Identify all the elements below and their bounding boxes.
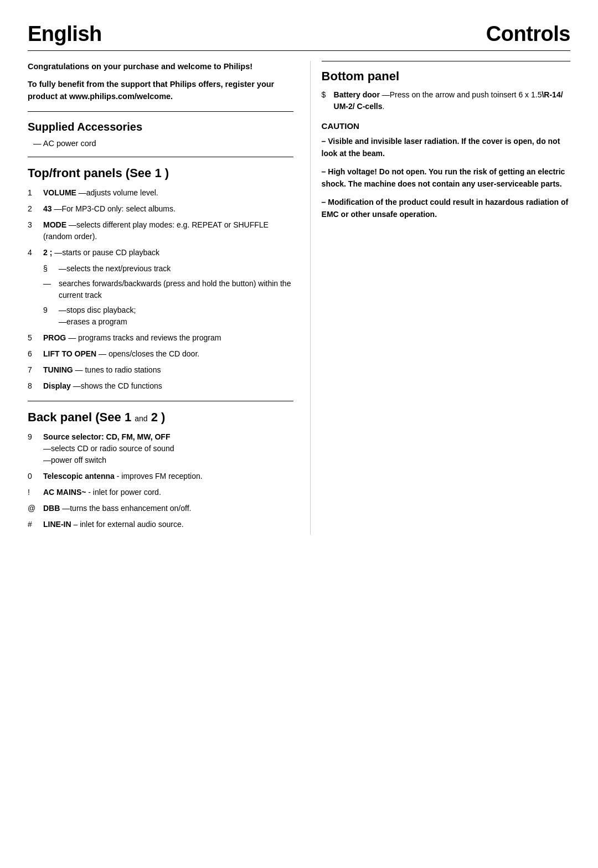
header-title-right: Controls [486, 22, 570, 46]
caution-heading: CAUTION [322, 121, 570, 131]
item-desc: —selects different play modes: e.g. REPE… [43, 220, 269, 241]
list-item: @ DBB —turns the bass enhancement on/off… [28, 503, 293, 514]
item-num: 6 [28, 348, 43, 360]
item-num: 9 [28, 431, 43, 443]
item-num: 3 [28, 219, 43, 231]
item-desc: —For MP3-CD only: select albums. [54, 204, 175, 213]
item-desc: —adjusts volume level. [79, 188, 158, 197]
bottom-panel-divider [322, 61, 570, 61]
sub-content: searches forwards/backwards (press and h… [59, 278, 293, 301]
item-content: 2 ; —starts or pause CD playback [43, 247, 293, 259]
sub-item: 9 —stops disc playback;—erases a program [43, 304, 293, 328]
back-panel-divider [28, 401, 293, 401]
back-panel-list: 9 Source selector: CD, FM, MW, OFF —sele… [28, 431, 293, 530]
sub-sym: § [43, 263, 59, 275]
list-item: 7 TUNING — tunes to radio stations [28, 364, 293, 376]
list-item: 2 43 —For MP3-CD only: select albums. [28, 203, 293, 215]
list-item: 6 LIFT TO OPEN — opens/closes the CD doo… [28, 348, 293, 360]
item-content: TUNING — tunes to radio stations [43, 364, 293, 376]
right-column: Bottom panel $ Battery door —Press on th… [310, 61, 570, 535]
item-content: DBB —turns the bass enhancement on/off. [43, 503, 293, 514]
item-label: 43 [43, 204, 52, 213]
back-panel-see2: 2 ) [151, 410, 166, 424]
item-desc: — tunes to radio stations [75, 365, 161, 374]
battery-sym: $ [322, 89, 334, 101]
item-label: Source selector: CD, FM, MW, OFF [43, 432, 170, 441]
top-panels-heading: Top/front panels (See 1 ) [28, 166, 293, 180]
two-column-layout: Congratulations on your purchase and wel… [28, 61, 570, 535]
item-desc: - improves FM reception. [117, 472, 203, 480]
item-content: AC MAINS~ - inlet for power cord. [43, 487, 293, 498]
item-content: Display —shows the CD functions [43, 380, 293, 392]
bottom-panel-section: Bottom panel $ Battery door —Press on th… [322, 61, 570, 112]
item-label: PROG [43, 333, 66, 342]
list-item: 0 Telescopic antenna - improves FM recep… [28, 471, 293, 482]
supplied-accessories-section: Supplied Accessories AC power cord [28, 121, 293, 148]
intro-para2: To fully benefit from the support that P… [28, 79, 293, 103]
supplied-accessories-heading: Supplied Accessories [28, 121, 293, 133]
item-num: 4 [28, 247, 43, 259]
top-panels-list: 1 VOLUME —adjusts volume level. 2 43 —Fo… [28, 187, 293, 259]
item-label: MODE [43, 220, 66, 229]
battery-content: Battery door —Press on the arrow and pus… [334, 89, 570, 112]
battery-label: Battery door [334, 90, 380, 99]
item-content: Source selector: CD, FM, MW, OFF —select… [43, 431, 293, 466]
item-content: LIFT TO OPEN — opens/closes the CD door. [43, 348, 293, 360]
item-content: MODE —selects different play modes: e.g.… [43, 219, 293, 242]
back-panel-section: Back panel (See 1 and 2 ) 9 Source selec… [28, 410, 293, 530]
back-panel-and: and [135, 414, 147, 423]
item-num: 5 [28, 332, 43, 344]
item-content: PROG — programs tracks and reviews the p… [43, 332, 293, 344]
bottom-panel-item: $ Battery door —Press on the arrow and p… [322, 89, 570, 112]
sub-content: —stops disc playback;—erases a program [59, 304, 293, 328]
list-item: ! AC MAINS~ - inlet for power cord. [28, 487, 293, 498]
item-label: VOLUME [43, 188, 76, 197]
item-num: # [28, 519, 43, 530]
item-desc: - inlet for power cord. [88, 488, 161, 497]
item-content: LINE-IN – inlet for external audio sourc… [43, 519, 293, 530]
sub-item: — searches forwards/backwards (press and… [43, 278, 293, 301]
top-panels-title: Top/front panels [28, 166, 122, 180]
sub-content: —selects the next/previous track [59, 263, 293, 275]
item-desc: – inlet for external audio source. [73, 520, 183, 529]
item-desc: —shows the CD functions [73, 381, 162, 390]
left-column: Congratulations on your purchase and wel… [28, 61, 310, 535]
item-label: LINE-IN [43, 520, 71, 529]
intro-para1: Congratulations on your purchase and wel… [28, 61, 293, 73]
item-desc: —turns the bass enhancement on/off. [62, 504, 191, 513]
sub-sym: — [43, 278, 59, 301]
item-label: TUNING [43, 365, 73, 374]
accessories-list: AC power cord [28, 139, 293, 148]
item-num: 2 [28, 203, 43, 215]
item-desc: —starts or pause CD playback [54, 248, 159, 257]
item-num: 0 [28, 471, 43, 482]
top-panels-list-2: 5 PROG — programs tracks and reviews the… [28, 332, 293, 392]
top-front-panels-section: Top/front panels (See 1 ) 1 VOLUME —adju… [28, 166, 293, 392]
back-panel-title: Back panel [28, 410, 92, 424]
list-item: 9 Source selector: CD, FM, MW, OFF —sele… [28, 431, 293, 466]
header-divider [28, 50, 570, 51]
item-content: Telescopic antenna - improves FM recepti… [43, 471, 293, 482]
caution-point-1: – Visible and invisible laser radiation.… [322, 135, 570, 160]
caution-point-3: – Modification of the product could resu… [322, 196, 570, 221]
item-label: Display [43, 381, 71, 390]
list-item: 3 MODE —selects different play modes: e.… [28, 219, 293, 242]
item-content: VOLUME —adjusts volume level. [43, 187, 293, 199]
item-desc: —selects CD or radio source of sound—pow… [43, 444, 174, 464]
item-content: 43 —For MP3-CD only: select albums. [43, 203, 293, 215]
list-item: 8 Display —shows the CD functions [28, 380, 293, 392]
list-item: 1 VOLUME —adjusts volume level. [28, 187, 293, 199]
bottom-panel-heading: Bottom panel [322, 69, 570, 84]
caution-section: CAUTION – Visible and invisible laser ra… [322, 121, 570, 220]
page-container: English Controls Congratulations on your… [28, 22, 570, 535]
caution-point-2: – High voltage! Do not open. You run the… [322, 166, 570, 190]
item-label: LIFT TO OPEN [43, 349, 96, 358]
intro-text: Congratulations on your purchase and wel… [28, 61, 293, 102]
header-row: English Controls [28, 22, 570, 46]
item-label: 2 ; [43, 248, 52, 257]
item-num: @ [28, 503, 43, 514]
accessories-divider [28, 111, 293, 112]
item-num: 8 [28, 380, 43, 392]
item-num: ! [28, 487, 43, 498]
sub-item: § —selects the next/previous track [43, 263, 293, 275]
